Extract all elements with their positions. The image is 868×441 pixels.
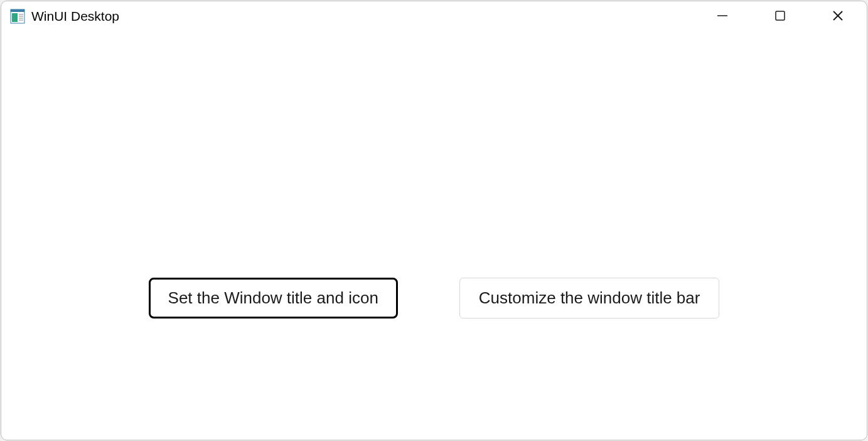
title-bar[interactable]: WinUI Desktop: [1, 1, 867, 31]
maximize-button[interactable]: [751, 1, 809, 31]
app-window: WinUI Desktop: [1, 1, 867, 440]
close-icon: [832, 9, 844, 24]
window-controls: [694, 1, 867, 31]
svg-rect-8: [776, 11, 785, 20]
window-title: WinUI Desktop: [31, 9, 119, 24]
svg-rect-1: [11, 9, 24, 12]
maximize-icon: [774, 9, 786, 24]
title-area: WinUI Desktop: [1, 9, 694, 24]
client-area: Set the Window title and icon Customize …: [1, 31, 867, 440]
minimize-button[interactable]: [694, 1, 751, 31]
set-title-button[interactable]: Set the Window title and icon: [149, 278, 398, 318]
button-row: Set the Window title and icon Customize …: [1, 278, 867, 318]
minimize-icon: [716, 9, 729, 24]
close-button[interactable]: [809, 1, 867, 31]
svg-rect-2: [12, 13, 18, 22]
app-window-icon: [10, 9, 25, 24]
customize-titlebar-button[interactable]: Customize the window title bar: [459, 278, 720, 318]
